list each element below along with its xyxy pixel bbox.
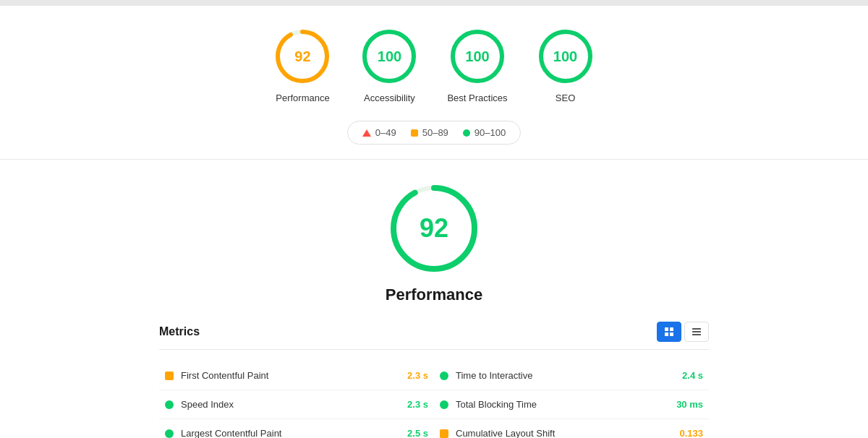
- metric-row-tbt: Total Blocking Time 30 ms: [434, 390, 709, 419]
- metric-row-lcp: Largest Contentful Paint 2.5 s: [159, 419, 434, 438]
- svg-rect-12: [665, 332, 668, 336]
- score-item-performance: 92 Performance: [273, 27, 331, 103]
- metric-row-si: Speed Index 2.3 s: [159, 390, 434, 419]
- tbt-name: Total Blocking Time: [456, 399, 676, 410]
- svg-rect-14: [692, 328, 701, 330]
- svg-rect-10: [665, 327, 668, 331]
- fail-icon: [362, 129, 371, 137]
- score-item-accessibility: 100 Accessibility: [360, 27, 418, 103]
- metric-row-cls: Cumulative Layout Shift 0.133: [434, 419, 709, 438]
- best-practices-label: Best Practices: [447, 93, 507, 103]
- pass-icon: [463, 129, 470, 137]
- accessibility-circle: 100: [360, 27, 418, 85]
- average-range: 50–89: [422, 127, 448, 138]
- best-practices-score: 100: [465, 48, 489, 65]
- svg-rect-16: [692, 334, 701, 335]
- seo-score: 100: [553, 48, 577, 65]
- fcp-dot: [165, 372, 174, 380]
- performance-score: 92: [294, 48, 310, 65]
- average-icon: [411, 129, 418, 137]
- list-icon: [692, 327, 702, 337]
- si-value: 2.3 s: [407, 399, 428, 410]
- lcp-name: Largest Contentful Paint: [181, 428, 407, 438]
- si-name: Speed Index: [181, 399, 407, 410]
- accessibility-score: 100: [378, 48, 401, 65]
- metrics-title: Metrics: [159, 325, 200, 338]
- legend: 0–49 50–89 90–100: [347, 121, 521, 145]
- metrics-header: Metrics: [159, 322, 709, 350]
- metrics-grid: First Contentful Paint 2.3 s Time to Int…: [159, 361, 709, 438]
- large-performance-circle: 92: [387, 181, 481, 275]
- cls-value: 0.133: [679, 428, 703, 438]
- pass-range: 90–100: [475, 127, 506, 138]
- cls-name: Cumulative Layout Shift: [456, 428, 679, 438]
- tbt-dot: [440, 400, 448, 409]
- score-item-seo: 100 SEO: [537, 27, 595, 103]
- scores-section: 92 Performance 100 Accessibility: [0, 6, 868, 160]
- svg-rect-15: [692, 331, 701, 332]
- legend-average: 50–89: [411, 127, 448, 138]
- metrics-section: Metrics: [145, 322, 723, 438]
- fcp-name: First Contentful Paint: [181, 370, 407, 381]
- lcp-dot: [165, 429, 174, 438]
- performance-circle: 92: [273, 27, 331, 85]
- performance-label: Performance: [276, 93, 329, 103]
- seo-circle: 100: [537, 27, 595, 85]
- lcp-value: 2.5 s: [407, 428, 428, 438]
- cls-dot: [440, 429, 448, 438]
- view-toggle: [657, 322, 709, 342]
- svg-rect-13: [670, 332, 673, 336]
- metric-row-tti: Time to Interactive 2.4 s: [434, 361, 709, 390]
- si-dot: [165, 400, 174, 409]
- tbt-value: 30 ms: [676, 399, 703, 410]
- accessibility-label: Accessibility: [364, 93, 415, 103]
- legend-pass: 90–100: [463, 127, 506, 138]
- metric-row-fcp: First Contentful Paint 2.3 s: [159, 361, 434, 390]
- tti-value: 2.4 s: [682, 370, 703, 381]
- grid-icon: [664, 327, 674, 337]
- best-practices-circle: 100: [448, 27, 506, 85]
- legend-fail: 0–49: [362, 127, 396, 138]
- fail-range: 0–49: [375, 127, 396, 138]
- grid-view-button[interactable]: [657, 322, 681, 342]
- svg-rect-11: [670, 327, 673, 331]
- tti-dot: [440, 372, 448, 380]
- fcp-value: 2.3 s: [407, 370, 428, 381]
- list-view-button[interactable]: [684, 322, 709, 342]
- top-bar: [0, 0, 868, 6]
- large-performance-score: 92: [420, 213, 448, 244]
- score-circles: 92 Performance 100 Accessibility: [273, 27, 594, 103]
- score-item-best-practices: 100 Best Practices: [447, 27, 507, 103]
- performance-section-title: Performance: [386, 285, 483, 304]
- tti-name: Time to Interactive: [456, 370, 682, 381]
- performance-section: 92 Performance Metrics: [0, 160, 868, 438]
- seo-label: SEO: [556, 93, 575, 103]
